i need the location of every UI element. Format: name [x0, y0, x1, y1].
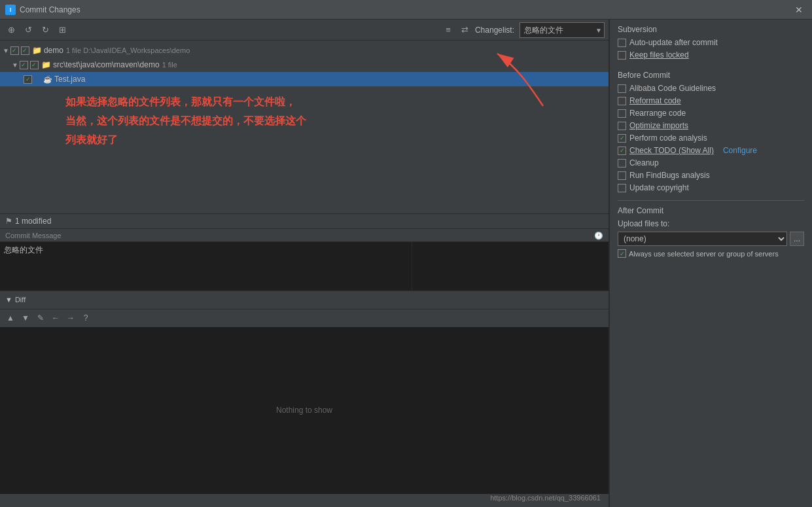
group-button[interactable]: ⊞: [55, 23, 69, 37]
rearrange-checkbox[interactable]: [618, 109, 626, 118]
alibaba-row: Alibaba Code Guidelines: [618, 84, 804, 93]
modified-icon: ⚑: [5, 217, 12, 226]
update-copyright-checkbox[interactable]: [618, 184, 626, 192]
commit-textarea[interactable]: [0, 242, 412, 290]
modified-count: 1 modified: [15, 217, 51, 226]
before-commit-title: Before Commit: [618, 71, 804, 80]
upload-dropdown-row: (none) ...: [618, 232, 804, 246]
footer-url: https://blog.csdn.net/qq_33966061: [490, 494, 601, 502]
update-copyright-label: Update copyright: [629, 183, 689, 192]
file-tree: ▼ 📁 demo 1 file D:\Java\IDEA_Workspaces\…: [0, 41, 609, 213]
demo-checkbox2[interactable]: [21, 46, 29, 55]
optimize-checkbox[interactable]: [618, 122, 626, 130]
window-title: Commit Changes: [20, 5, 80, 14]
close-button[interactable]: ✕: [791, 3, 807, 16]
history-icon[interactable]: 🕐: [594, 232, 603, 240]
titlebar: I Commit Changes ✕: [0, 0, 812, 20]
update-copyright-row: Update copyright: [618, 183, 804, 192]
commit-message-area: [0, 241, 609, 290]
upload-select[interactable]: (none): [618, 232, 787, 246]
diff-toggle[interactable]: ▼ Diff: [5, 296, 26, 304]
check-todo-row: Check TODO (Show All) Configure: [618, 146, 804, 155]
always-use-label: Always use selected server or group of s…: [629, 250, 779, 258]
diff-edit-btn[interactable]: ✎: [34, 311, 47, 324]
upload-ellipsis-btn[interactable]: ...: [790, 232, 804, 246]
diff-label: Diff: [15, 296, 26, 304]
right-panel: Subversion Auto-update after commit Keep…: [609, 20, 812, 507]
cleanup-checkbox[interactable]: [618, 159, 626, 167]
alibaba-checkbox[interactable]: [618, 84, 626, 93]
demo-meta: 1 file D:\Java\IDEA_Workspaces\demo: [66, 46, 190, 54]
file-checkbox[interactable]: [24, 75, 32, 84]
diff-content: Nothing to show: [0, 327, 609, 495]
changelist-dropdown-wrapper: 忽略的文件 ▼: [520, 22, 605, 38]
annotation-line3: 列表就好了: [65, 131, 595, 150]
commit-right-area: [412, 242, 609, 290]
tree-item-demo[interactable]: ▼ 📁 demo 1 file D:\Java\IDEA_Workspaces\…: [0, 43, 609, 58]
rearrange-row: Rearrange code: [618, 109, 804, 118]
commit-message-header: Commit Message 🕐: [0, 229, 609, 241]
run-findbugs-checkbox[interactable]: [618, 171, 626, 180]
file-label: Test.java: [54, 75, 85, 84]
diff-down-btn[interactable]: ▼: [19, 311, 32, 324]
demo-checkbox[interactable]: [10, 46, 19, 55]
keep-files-checkbox[interactable]: [618, 51, 626, 60]
diff-fwd-btn[interactable]: →: [64, 311, 77, 324]
commit-message-label: Commit Message: [5, 232, 62, 239]
always-use-row: Always use selected server or group of s…: [618, 249, 804, 258]
reformat-row: Reformat code: [618, 96, 804, 105]
reformat-checkbox[interactable]: [618, 97, 626, 105]
diff-toggle-arrow: ▼: [5, 296, 12, 304]
redo-button[interactable]: ↻: [38, 23, 52, 37]
src-checkbox[interactable]: [20, 61, 28, 69]
java-file-icon: ☕: [43, 75, 52, 84]
sort-button[interactable]: ≡: [441, 23, 455, 37]
tree-item-src[interactable]: ▼ 📁 src\test\java\com\maven\demo 1 file: [0, 58, 609, 72]
check-todo-checkbox[interactable]: [618, 147, 626, 155]
tree-item-file[interactable]: ☕ Test.java: [0, 72, 609, 86]
run-findbugs-label: Run FindBugs analysis: [629, 171, 710, 180]
always-use-checkbox[interactable]: [618, 249, 626, 258]
perform-label: Perform code analysis: [629, 133, 707, 143]
changelist-label: Changelist:: [475, 26, 514, 35]
annotation-text: 如果选择忽略的文件列表，那就只有一个文件啦， 当然，这个列表的文件是不想提交的，…: [65, 93, 595, 149]
keep-files-label: Keep files locked: [629, 50, 689, 60]
cleanup-label: Cleanup: [629, 158, 659, 167]
annotation-line1: 如果选择忽略的文件列表，那就只有一个文件啦，: [65, 93, 595, 112]
diff-up-btn[interactable]: ▲: [4, 311, 17, 324]
expand-icon-src: ▼: [12, 61, 18, 69]
alibaba-label: Alibaba Code Guidelines: [629, 84, 716, 93]
configure-link[interactable]: Configure: [723, 146, 757, 155]
run-findbugs-row: Run FindBugs analysis: [618, 171, 804, 180]
diff-toolbar: ▲ ▼ ✎ ← → ?: [0, 309, 609, 327]
diff-back-btn[interactable]: ←: [49, 311, 62, 324]
src-checkbox2[interactable]: [30, 61, 39, 69]
pin-button[interactable]: ⊕: [4, 23, 18, 37]
changelist-select[interactable]: 忽略的文件: [520, 22, 605, 38]
swap-button[interactable]: ⇄: [458, 23, 472, 37]
after-commit-section: After Commit Upload files to: (none) ...…: [618, 200, 804, 258]
annotation-line2: 当然，这个列表的文件是不想提交的，不要选择这个: [65, 112, 595, 131]
keep-files-row: Keep files locked: [618, 50, 804, 60]
rearrange-label: Rearrange code: [629, 109, 686, 118]
src-label: src\test\java\com\maven\demo: [53, 60, 160, 69]
auto-update-checkbox[interactable]: [618, 39, 626, 47]
expand-icon: ▼: [3, 47, 9, 54]
src-folder-icon: 📁: [41, 60, 51, 69]
optimize-label: Optimize imports: [629, 121, 688, 130]
cleanup-row: Cleanup: [618, 158, 804, 167]
diff-help-btn[interactable]: ?: [79, 311, 92, 324]
perform-row: Perform code analysis: [618, 133, 804, 143]
demo-label: demo: [44, 46, 63, 55]
status-bar: ⚑ 1 modified: [0, 213, 609, 229]
undo-button[interactable]: ↺: [21, 23, 35, 37]
after-commit-title: After Commit: [618, 206, 804, 215]
upload-files-label: Upload files to:: [618, 219, 669, 228]
diff-section-header: ▼ Diff: [0, 290, 609, 309]
main-container: ⊕ ↺ ↻ ⊞ ≡ ⇄ Changelist: 忽略的文件 ▼ ▼ 📁: [0, 20, 812, 507]
app-icon: I: [5, 5, 16, 15]
reformat-label: Reformat code: [629, 96, 681, 105]
upload-files-label-row: Upload files to:: [618, 219, 804, 228]
check-todo-label: Check TODO (Show All): [629, 146, 714, 155]
perform-checkbox[interactable]: [618, 134, 626, 143]
